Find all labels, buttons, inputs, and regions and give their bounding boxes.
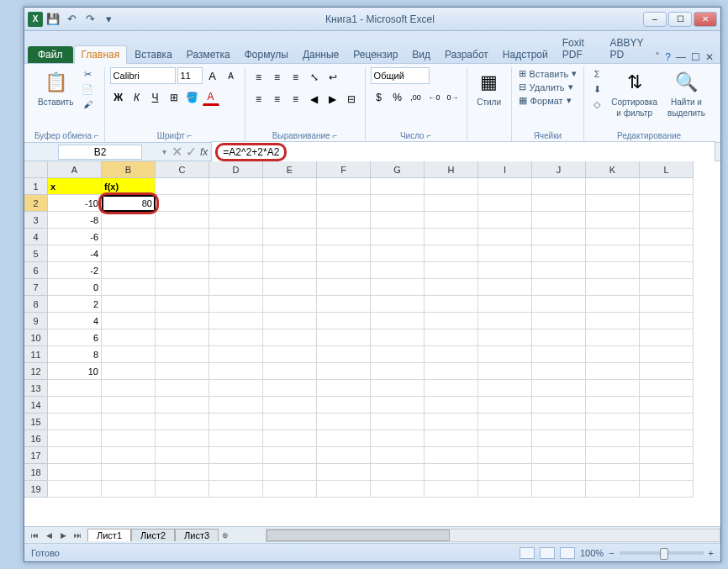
qat-dropdown-icon[interactable]: ▾ (100, 11, 117, 28)
cell-a7[interactable]: 0 (48, 279, 102, 296)
cell[interactable] (586, 313, 640, 329)
view-pagebreak-icon[interactable] (560, 547, 575, 559)
col-header-h[interactable]: H (425, 161, 478, 178)
cell[interactable] (425, 178, 478, 195)
zoom-in-icon[interactable]: + (709, 548, 714, 558)
cell[interactable] (586, 229, 640, 245)
find-select-button[interactable]: 🔍 Найти и выделить (664, 67, 709, 119)
cell[interactable] (640, 245, 694, 262)
tab-layout[interactable]: Разметка (180, 46, 237, 63)
col-header-i[interactable]: I (478, 161, 532, 178)
cell[interactable] (48, 380, 102, 397)
cell[interactable] (317, 380, 371, 397)
cell[interactable] (640, 313, 694, 329)
cell[interactable] (317, 279, 371, 296)
cell[interactable] (263, 380, 317, 397)
cell[interactable] (640, 363, 694, 380)
tab-formulas[interactable]: Формулы (238, 46, 295, 63)
cell[interactable] (102, 481, 156, 498)
cell[interactable] (425, 212, 478, 229)
cell[interactable] (156, 296, 209, 313)
grow-font-icon[interactable]: A (204, 67, 221, 84)
cell[interactable] (209, 212, 263, 229)
cell[interactable] (640, 414, 694, 430)
fill-color-icon[interactable]: 🪣 (184, 89, 201, 106)
underline-button[interactable]: Ч (147, 89, 164, 106)
cell[interactable] (371, 430, 425, 447)
cell[interactable] (371, 346, 425, 363)
cell[interactable] (425, 464, 478, 481)
clear-icon[interactable]: ◇ (589, 97, 604, 111)
cell[interactable] (209, 262, 263, 279)
cell[interactable] (156, 464, 209, 481)
cell[interactable] (640, 212, 694, 229)
cell[interactable] (263, 229, 317, 245)
cell[interactable] (640, 195, 694, 212)
cell-b1[interactable]: f(x) (102, 178, 156, 195)
cell[interactable] (640, 296, 694, 313)
cell[interactable] (263, 195, 317, 212)
font-expand-icon[interactable]: ⌐ (187, 131, 193, 140)
cell-b2[interactable]: 80 (102, 195, 156, 212)
cell[interactable] (263, 262, 317, 279)
tab-addins[interactable]: Надстрой (496, 46, 555, 63)
row-header[interactable]: 8 (24, 296, 48, 313)
cell[interactable] (640, 380, 694, 397)
doc-close-icon[interactable]: ✕ (705, 51, 714, 63)
cell[interactable] (209, 195, 263, 212)
cell[interactable] (478, 380, 532, 397)
cell[interactable] (102, 380, 156, 397)
cell[interactable] (156, 262, 209, 279)
clipboard-expand-icon[interactable]: ⌐ (94, 131, 99, 140)
cell[interactable] (263, 346, 317, 363)
cell[interactable] (209, 481, 263, 498)
cell[interactable] (371, 397, 425, 414)
col-header-a[interactable]: A (48, 161, 102, 178)
shrink-font-icon[interactable]: A (223, 67, 240, 84)
format-cells-button[interactable]: ▦Формат ▾ (517, 94, 573, 107)
row-header[interactable]: 12 (24, 363, 48, 380)
cell[interactable] (478, 430, 532, 447)
row-header[interactable]: 18 (24, 464, 48, 481)
cell[interactable] (102, 212, 156, 229)
row-header[interactable]: 7 (24, 279, 48, 296)
bold-button[interactable]: Ж (110, 89, 127, 106)
cell[interactable] (317, 262, 371, 279)
cell-a4[interactable]: -6 (48, 229, 102, 245)
cell[interactable] (102, 296, 156, 313)
cell[interactable] (478, 279, 532, 296)
cell[interactable] (156, 380, 209, 397)
cell[interactable] (640, 178, 694, 195)
cell[interactable] (371, 464, 425, 481)
cell[interactable] (317, 245, 371, 262)
cell[interactable] (586, 262, 640, 279)
tab-abbyy[interactable]: ABBYY PD (604, 34, 655, 63)
cell[interactable] (425, 195, 478, 212)
cell[interactable] (209, 380, 263, 397)
border-icon[interactable]: ⊞ (166, 89, 182, 106)
cell[interactable] (532, 245, 586, 262)
sort-filter-button[interactable]: ⇅ Сортировка и фильтр (608, 67, 661, 119)
cell[interactable] (586, 464, 640, 481)
col-header-f[interactable]: F (317, 161, 371, 178)
cell[interactable] (317, 481, 371, 498)
redo-icon[interactable]: ↷ (82, 11, 98, 28)
row-header[interactable]: 16 (24, 430, 48, 447)
cell[interactable] (102, 447, 156, 464)
currency-icon[interactable]: $ (371, 89, 388, 106)
cell[interactable] (209, 178, 263, 195)
cell[interactable] (371, 414, 425, 430)
row-header[interactable]: 17 (24, 447, 48, 464)
cell[interactable] (209, 447, 263, 464)
paste-button[interactable]: 📋 Вставить (34, 67, 76, 108)
cell[interactable] (371, 178, 425, 195)
formula-enter-icon[interactable]: ✓ (186, 144, 197, 160)
cell[interactable] (102, 262, 156, 279)
cell[interactable] (371, 195, 425, 212)
cell[interactable] (478, 397, 532, 414)
cell[interactable] (371, 329, 425, 346)
align-expand-icon[interactable]: ⌐ (332, 131, 337, 140)
cell[interactable] (478, 245, 532, 262)
cell[interactable] (371, 380, 425, 397)
cell[interactable] (156, 397, 209, 414)
